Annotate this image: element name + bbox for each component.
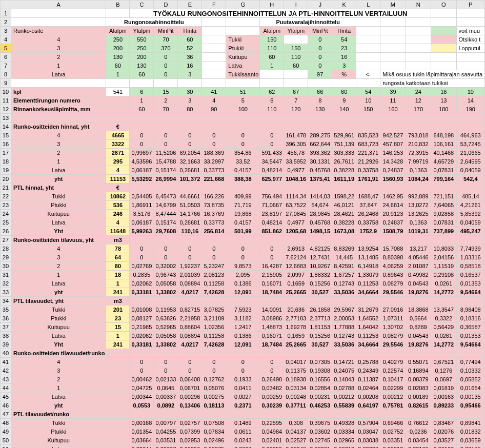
row-header[interactable]: 2 bbox=[1, 18, 11, 27]
sec-ro-til[interactable]: Runko-ositteiden tilavuus, yht bbox=[11, 236, 106, 245]
row-header[interactable]: 13 bbox=[1, 114, 11, 123]
section-right[interactable]: Puutavaralajihinnoittelu bbox=[260, 18, 356, 27]
row-header[interactable]: 25 bbox=[1, 218, 11, 227]
elem-label[interactable]: Elementtirungon numero bbox=[11, 96, 106, 105]
row-header[interactable]: 49 bbox=[1, 427, 11, 436]
row-label[interactable]: 4 bbox=[11, 245, 106, 253]
note-lopput[interactable]: Lopputul bbox=[456, 44, 485, 53]
row-header[interactable]: 23 bbox=[1, 201, 11, 210]
row-header[interactable]: 29 bbox=[1, 253, 11, 262]
row-label[interactable]: Latva bbox=[11, 393, 106, 401]
spreadsheet-table[interactable]: ABCDEFGHIJKLMNOP1TYÖKALU RUNGONOSITEHINN… bbox=[0, 0, 485, 448]
col-header[interactable]: D bbox=[154, 1, 178, 9]
sec-ptl-til[interactable]: PTL tilavuudet, yht bbox=[11, 297, 106, 306]
sec-ptl-hinnat[interactable]: PTL hinnat, yht bbox=[11, 184, 106, 192]
kpl-value[interactable]: 541 bbox=[106, 88, 130, 96]
row-header[interactable]: 35 bbox=[1, 306, 11, 314]
row-header[interactable]: 12 bbox=[1, 105, 11, 114]
row-header[interactable]: 18 bbox=[1, 157, 11, 166]
runko-row-name[interactable]: 2 bbox=[11, 53, 106, 62]
row-header[interactable]: 4 bbox=[1, 35, 11, 44]
row-header[interactable]: 26 bbox=[1, 227, 11, 236]
row-header[interactable]: 5 bbox=[1, 44, 11, 53]
row-label[interactable]: 1 bbox=[11, 384, 106, 393]
row-label[interactable]: Latva bbox=[11, 218, 106, 227]
arrow-icon[interactable]: <- bbox=[356, 70, 380, 79]
row-header[interactable]: 43 bbox=[1, 375, 11, 384]
col-header[interactable]: O bbox=[431, 1, 456, 9]
kpl-label[interactable]: kpl bbox=[11, 88, 106, 96]
row-header[interactable]: 7 bbox=[1, 62, 11, 70]
row-header[interactable]: 3 bbox=[1, 27, 11, 35]
row-header[interactable]: 11 bbox=[1, 96, 11, 105]
row-label[interactable]: Ptukki bbox=[11, 314, 106, 323]
row-label[interactable]: yht bbox=[11, 175, 106, 184]
row-label[interactable]: yht bbox=[11, 288, 106, 297]
col-header[interactable]: C bbox=[130, 1, 154, 9]
row-label[interactable]: Tukki bbox=[11, 192, 106, 201]
row-header[interactable]: 21 bbox=[1, 184, 11, 192]
note-otsikko[interactable]: Otsikko t bbox=[456, 35, 485, 44]
row-header[interactable]: 6 bbox=[1, 53, 11, 62]
row-header[interactable]: 9 bbox=[1, 79, 11, 88]
runko-osite-label[interactable]: Runko-osite bbox=[11, 27, 106, 35]
row-header[interactable]: 37 bbox=[1, 323, 11, 332]
row-label[interactable]: 2 bbox=[11, 262, 106, 271]
row-header[interactable]: 19 bbox=[1, 166, 11, 175]
row-label[interactable]: Yht bbox=[11, 340, 106, 349]
row-header[interactable]: 36 bbox=[1, 314, 11, 323]
tukkisaanto-label[interactable]: Tukkisaanto bbox=[226, 70, 260, 79]
row-header[interactable]: 10 bbox=[1, 88, 11, 96]
sec-ro-hinnat[interactable]: Runko-ositteiden hinnat, yht bbox=[11, 123, 106, 131]
col-header[interactable]: J bbox=[308, 1, 332, 9]
runko-row-name[interactable]: Latva bbox=[11, 70, 106, 79]
row-label[interactable]: Ptukki bbox=[11, 201, 106, 210]
row-header[interactable]: 48 bbox=[1, 419, 11, 427]
row-header[interactable]: 20 bbox=[1, 175, 11, 184]
row-header[interactable]: 39 bbox=[1, 340, 11, 349]
row-header[interactable]: 16 bbox=[1, 140, 11, 149]
col-header[interactable]: H bbox=[260, 1, 284, 9]
col-header[interactable]: F bbox=[202, 1, 226, 9]
col-header[interactable]: P bbox=[456, 1, 485, 9]
row-label[interactable]: Kuitupuu bbox=[11, 436, 106, 445]
col-header[interactable]: E bbox=[178, 1, 202, 9]
row-label[interactable]: 4 bbox=[11, 358, 106, 366]
sec-ptl-tr[interactable]: PTL tilavuudet/runko bbox=[11, 410, 106, 419]
row-header[interactable]: 47 bbox=[1, 410, 11, 419]
row-header[interactable]: 22 bbox=[1, 192, 11, 201]
col-header[interactable]: I bbox=[284, 1, 308, 9]
row-header[interactable]: 15 bbox=[1, 131, 11, 140]
col-header[interactable]: M bbox=[380, 1, 406, 9]
row-header[interactable]: 24 bbox=[1, 210, 11, 218]
row-header[interactable]: 32 bbox=[1, 279, 11, 288]
row-header[interactable]: 50 bbox=[1, 436, 11, 445]
row-header[interactable]: 41 bbox=[1, 358, 11, 366]
row-header[interactable]: 14 bbox=[1, 123, 11, 131]
row-label[interactable]: Latva bbox=[11, 279, 106, 288]
row-header[interactable]: 45 bbox=[1, 393, 11, 401]
row-label[interactable]: Yht bbox=[11, 227, 106, 236]
row-label[interactable]: 2 bbox=[11, 149, 106, 157]
col-header[interactable]: K bbox=[332, 1, 356, 9]
col-header[interactable]: L bbox=[356, 1, 380, 9]
row-label[interactable]: Tukki bbox=[11, 419, 106, 427]
rinn-label[interactable]: Rinnankorkeusläpimitta, mm bbox=[11, 105, 106, 114]
row-label[interactable]: Tukki bbox=[11, 306, 106, 314]
row-header[interactable]: 33 bbox=[1, 288, 11, 297]
row-header[interactable]: 28 bbox=[1, 245, 11, 253]
row-header[interactable]: 42 bbox=[1, 366, 11, 375]
note-voit[interactable]: voit muu bbox=[456, 27, 485, 35]
row-label[interactable]: Latva bbox=[11, 332, 106, 340]
section-left[interactable]: Rungonosahinnoittelu bbox=[106, 18, 202, 27]
row-header[interactable]: 34 bbox=[1, 297, 11, 306]
row-label[interactable]: 2 bbox=[11, 375, 106, 384]
col-header[interactable]: G bbox=[226, 1, 260, 9]
row-header[interactable]: 27 bbox=[1, 236, 11, 245]
row-label[interactable]: yht bbox=[11, 401, 106, 410]
row-label[interactable]: Latva bbox=[11, 445, 106, 449]
tukkis-note[interactable]: Mikä osuus tukin läpimittarajan saavutta bbox=[380, 70, 485, 79]
col-header[interactable]: B bbox=[106, 1, 130, 9]
row-label[interactable]: 1 bbox=[11, 157, 106, 166]
row-header[interactable]: 31 bbox=[1, 271, 11, 279]
